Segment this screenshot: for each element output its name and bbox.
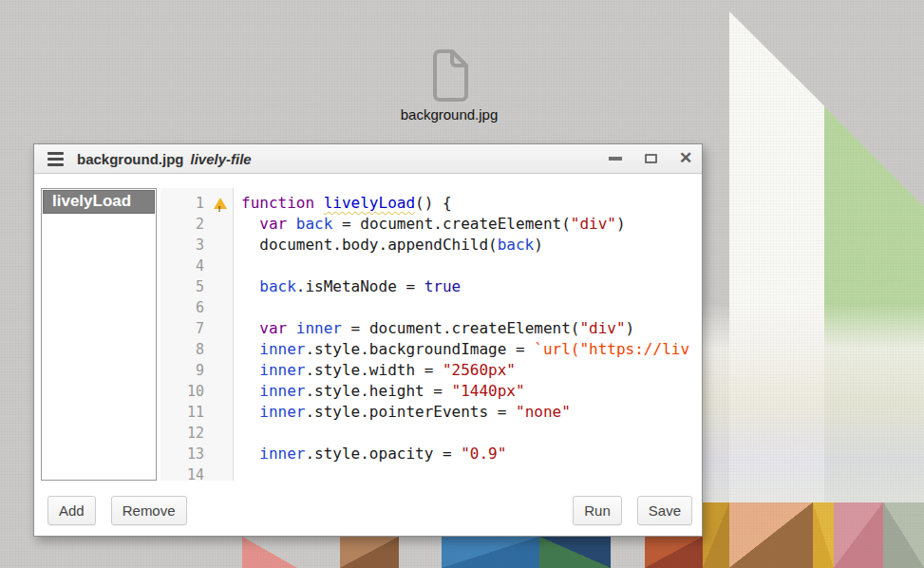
code-text: back.isMetaNode = true xyxy=(234,276,461,297)
add-button[interactable]: Add xyxy=(47,496,96,525)
line-number: 7 xyxy=(160,318,206,339)
gutter-icon-slot xyxy=(206,444,234,464)
wallpaper-triangle xyxy=(813,502,834,568)
remove-button[interactable]: Remove xyxy=(111,496,187,525)
window-title: background.jpg xyxy=(77,151,184,167)
line-number: 1 xyxy=(160,193,206,214)
hamburger-menu-icon[interactable] xyxy=(47,152,64,166)
code-line: 4 xyxy=(160,256,697,276)
warning-triangle-icon xyxy=(206,193,234,214)
gutter-icon-slot xyxy=(206,464,234,481)
document-icon xyxy=(427,47,471,103)
wallpaper-pastel-block xyxy=(703,304,924,527)
code-line: 8 inner.style.backgroundImage = `url("ht… xyxy=(160,339,697,360)
toolbar-right-group: Run Save xyxy=(573,496,692,525)
code-text: inner.style.height = "1440px" xyxy=(234,381,525,402)
wallpaper-triangle xyxy=(340,537,399,568)
wallpaper-triangle xyxy=(703,502,729,568)
code-line: 12 xyxy=(160,423,697,444)
code-text: inner.style.opacity = "0.9" xyxy=(234,444,506,464)
code-text: function livelyLoad() { xyxy=(234,193,452,214)
toolbar-left-group: Add Remove xyxy=(47,496,187,525)
code-text: inner.style.pointerEvents = "none" xyxy=(234,402,571,423)
desktop-file-icon[interactable]: background.jpg xyxy=(376,47,522,123)
wallpaper-triangle xyxy=(883,502,924,568)
sidebar-list[interactable]: livelyLoad xyxy=(41,188,157,481)
code-text: document.body.appendChild(back) xyxy=(234,235,543,256)
code-editor[interactable]: 1function livelyLoad() {2 var back = doc… xyxy=(160,188,697,481)
window-titlebar[interactable]: background.jpg lively-file ✕ xyxy=(34,144,702,174)
line-number: 10 xyxy=(160,381,206,402)
line-number: 12 xyxy=(160,423,206,444)
code-line: 13 inner.style.opacity = "0.9" xyxy=(160,444,697,464)
maximize-button[interactable] xyxy=(643,151,658,166)
code-text: inner.style.backgroundImage = `url("http… xyxy=(234,339,689,360)
maximize-icon xyxy=(645,154,657,163)
gutter-icon-slot xyxy=(206,423,234,444)
line-number: 2 xyxy=(160,214,206,235)
minimize-button[interactable] xyxy=(608,151,623,166)
code-line: 10 inner.style.height = "1440px" xyxy=(160,381,697,402)
save-button[interactable]: Save xyxy=(637,496,692,525)
code-text: var inner = document.createElement("div"… xyxy=(234,318,634,339)
line-number: 13 xyxy=(160,444,206,464)
sidebar-item[interactable]: livelyLoad xyxy=(43,190,155,214)
gutter-icon-slot xyxy=(206,318,234,339)
code-line: 11 inner.style.pointerEvents = "none" xyxy=(160,402,697,423)
editor-lines: 1function livelyLoad() {2 var back = doc… xyxy=(160,193,697,481)
wallpaper-triangle xyxy=(442,537,539,568)
lively-window: background.jpg lively-file ✕ livelyLoad … xyxy=(33,143,703,537)
code-text: var back = document.createElement("div") xyxy=(234,214,626,235)
line-number: 11 xyxy=(160,402,206,423)
gutter-icon-slot xyxy=(206,297,234,318)
window-toolbar: Add Remove Run Save xyxy=(47,494,692,526)
line-number: 5 xyxy=(160,276,206,297)
code-text xyxy=(234,297,241,318)
code-text xyxy=(234,423,241,444)
desktop: background.jpg background.jpg lively-fil… xyxy=(0,0,924,568)
wallpaper-triangle xyxy=(539,537,611,568)
window-controls: ✕ xyxy=(608,151,693,166)
close-button[interactable]: ✕ xyxy=(678,151,693,166)
code-line: 9 inner.style.width = "2560px" xyxy=(160,360,697,381)
desktop-file-label: background.jpg xyxy=(376,106,522,123)
code-line: 7 var inner = document.createElement("di… xyxy=(160,318,697,339)
run-button[interactable]: Run xyxy=(573,496,622,525)
line-number: 3 xyxy=(160,235,206,256)
line-number: 14 xyxy=(160,464,206,481)
code-line: 1function livelyLoad() { xyxy=(160,193,697,214)
code-line: 14 xyxy=(160,464,697,481)
wallpaper-triangle xyxy=(834,502,883,568)
wallpaper-triangle xyxy=(645,537,703,568)
code-line: 2 var back = document.createElement("div… xyxy=(160,214,697,235)
gutter-icon-slot xyxy=(206,402,234,423)
gutter-icon-slot xyxy=(206,256,234,276)
line-number: 6 xyxy=(160,297,206,318)
code-line: 5 back.isMetaNode = true xyxy=(160,276,697,297)
line-number: 4 xyxy=(160,256,206,276)
code-text xyxy=(234,464,241,481)
gutter-icon-slot xyxy=(206,339,234,360)
code-line: 6 xyxy=(160,297,697,318)
code-text: inner.style.width = "2560px" xyxy=(234,360,516,381)
wallpaper-triangle xyxy=(242,537,297,568)
line-number: 9 xyxy=(160,360,206,381)
window-type-label: lively-file xyxy=(191,151,252,167)
line-number: 8 xyxy=(160,339,206,360)
gutter-icon-slot xyxy=(206,360,234,381)
gutter-icon-slot xyxy=(206,276,234,297)
code-text xyxy=(234,256,241,276)
wallpaper-triangle xyxy=(729,502,813,568)
code-line: 3 document.body.appendChild(back) xyxy=(160,235,697,256)
minimize-icon xyxy=(609,157,622,161)
gutter-icon-slot xyxy=(206,235,234,256)
gutter-icon-slot xyxy=(206,381,234,402)
